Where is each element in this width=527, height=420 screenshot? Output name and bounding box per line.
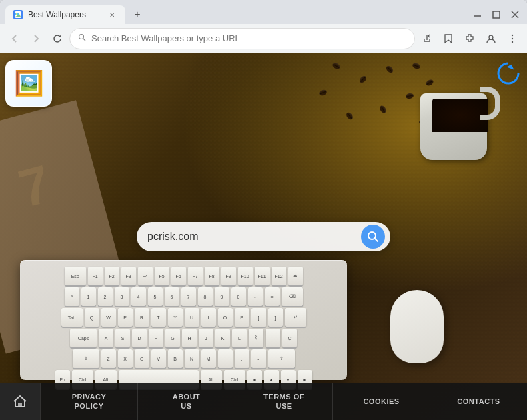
key-f6[interactable]: F6	[171, 267, 186, 285]
new-tab-button[interactable]: +	[128, 5, 147, 24]
key-f11[interactable]: F11	[255, 267, 270, 285]
key-comma[interactable]: ,	[218, 349, 233, 368]
key-x[interactable]: X	[118, 349, 133, 368]
key-j[interactable]: J	[199, 329, 213, 347]
minimize-button[interactable]	[471, 8, 484, 21]
key-d[interactable]: D	[132, 329, 147, 347]
keyboard-row-2: ª 1 2 3 4 5 6 7 8 9 0 - = ⌫	[27, 287, 340, 306]
key-f12[interactable]: F12	[272, 267, 286, 285]
key-5[interactable]: 5	[148, 287, 163, 306]
svg-point-3	[16, 13, 17, 15]
maximize-button[interactable]	[490, 8, 503, 21]
key-slash[interactable]: -	[251, 349, 266, 368]
keyboard-row-4: Caps A S D F G H J K L Ñ ´ Ç	[27, 329, 340, 347]
key-caps[interactable]: Caps	[70, 329, 97, 347]
key-l[interactable]: L	[232, 329, 247, 347]
key-2[interactable]: 2	[98, 287, 113, 306]
key-0[interactable]: 0	[231, 287, 246, 306]
key-n-tilde[interactable]: Ñ	[249, 329, 264, 347]
terms-of-use-nav[interactable]: TERMS OFUSE	[235, 383, 332, 420]
key-shift-right[interactable]: ⇧	[268, 349, 295, 368]
key-h[interactable]: H	[182, 329, 197, 347]
contacts-nav[interactable]: CONTACTS	[430, 383, 527, 420]
key-b[interactable]: B	[168, 349, 183, 368]
key-esc[interactable]: Esc	[65, 267, 86, 285]
key-8[interactable]: 8	[198, 287, 213, 306]
key-shift-left[interactable]: ⇧	[73, 349, 99, 368]
reload-button[interactable]	[48, 29, 67, 48]
key-v[interactable]: V	[151, 349, 166, 368]
search-input[interactable]	[147, 231, 356, 243]
key-f3[interactable]: F3	[121, 267, 136, 285]
key-t[interactable]: T	[151, 308, 166, 327]
key-minus[interactable]: -	[248, 287, 263, 306]
key-f1[interactable]: F1	[88, 267, 103, 285]
profile-icon[interactable]	[482, 29, 500, 48]
key-a[interactable]: A	[99, 329, 113, 347]
extensions-icon[interactable]	[460, 29, 479, 48]
key-q[interactable]: Q	[85, 308, 99, 327]
search-button[interactable]	[361, 225, 385, 249]
share-icon[interactable]	[418, 29, 436, 48]
key-3[interactable]: 3	[115, 287, 129, 306]
key-k[interactable]: K	[215, 329, 230, 347]
key-f[interactable]: F	[149, 329, 163, 347]
cookies-nav[interactable]: cOOKiES	[332, 383, 430, 420]
key-lbracket[interactable]: [	[251, 308, 266, 327]
key-w[interactable]: W	[101, 308, 116, 327]
key-p[interactable]: P	[235, 308, 249, 327]
key-s[interactable]: S	[115, 329, 130, 347]
key-backspace[interactable]: ⌫	[282, 287, 303, 306]
key-f5[interactable]: F5	[155, 267, 169, 285]
address-bar[interactable]	[69, 28, 415, 49]
key-period[interactable]: .	[235, 349, 249, 368]
menu-icon[interactable]	[503, 29, 522, 48]
key-f10[interactable]: F10	[238, 267, 253, 285]
key-o[interactable]: O	[218, 308, 233, 327]
back-button[interactable]	[5, 29, 24, 48]
key-enter[interactable]: ↵	[285, 308, 306, 327]
key-m[interactable]: M	[201, 349, 216, 368]
key-f9[interactable]: F9	[221, 267, 236, 285]
key-backtick[interactable]: ª	[65, 287, 79, 306]
key-e[interactable]: E	[118, 308, 133, 327]
tab-close-button[interactable]: ✕	[107, 9, 117, 20]
privacy-policy-nav[interactable]: PRIVACYPOLICY	[40, 383, 137, 420]
key-g[interactable]: G	[165, 329, 180, 347]
mouse	[387, 287, 447, 367]
browser-tab[interactable]: Best Wallpapers ✕	[5, 5, 125, 24]
home-nav-button[interactable]	[0, 383, 40, 420]
close-button[interactable]	[508, 8, 522, 21]
url-input[interactable]	[91, 33, 406, 43]
key-rbracket[interactable]: ]	[268, 308, 283, 327]
nav-bar	[0, 24, 527, 53]
key-tab[interactable]: Tab	[61, 308, 83, 327]
bookmark-icon[interactable]	[439, 29, 458, 48]
key-6[interactable]: 6	[165, 287, 179, 306]
key-9[interactable]: 9	[215, 287, 229, 306]
key-f4[interactable]: F4	[138, 267, 153, 285]
key-f7[interactable]: F7	[188, 267, 203, 285]
search-bar[interactable]	[137, 222, 390, 251]
key-n[interactable]: N	[185, 349, 199, 368]
key-f8[interactable]: F8	[205, 267, 219, 285]
key-i[interactable]: I	[201, 308, 216, 327]
app-icon[interactable]: 🖼️	[5, 60, 52, 107]
key-z[interactable]: Z	[101, 349, 116, 368]
key-eject[interactable]: ⏏	[288, 267, 303, 285]
key-4[interactable]: 4	[131, 287, 146, 306]
key-acute[interactable]: ´	[266, 329, 280, 347]
key-c[interactable]: C	[135, 349, 149, 368]
key-equals[interactable]: =	[265, 287, 280, 306]
page-reload-icon[interactable]	[495, 60, 522, 87]
cookies-label: cOOKiES	[363, 397, 399, 406]
key-f2[interactable]: F2	[105, 267, 119, 285]
about-us-nav[interactable]: ABOUTUS	[137, 383, 235, 420]
forward-button[interactable]	[27, 29, 45, 48]
key-y[interactable]: Y	[168, 308, 183, 327]
key-r[interactable]: R	[135, 308, 149, 327]
key-1[interactable]: 1	[81, 287, 96, 306]
key-c-cedilla[interactable]: Ç	[282, 329, 297, 347]
key-7[interactable]: 7	[181, 287, 196, 306]
key-u[interactable]: U	[185, 308, 199, 327]
